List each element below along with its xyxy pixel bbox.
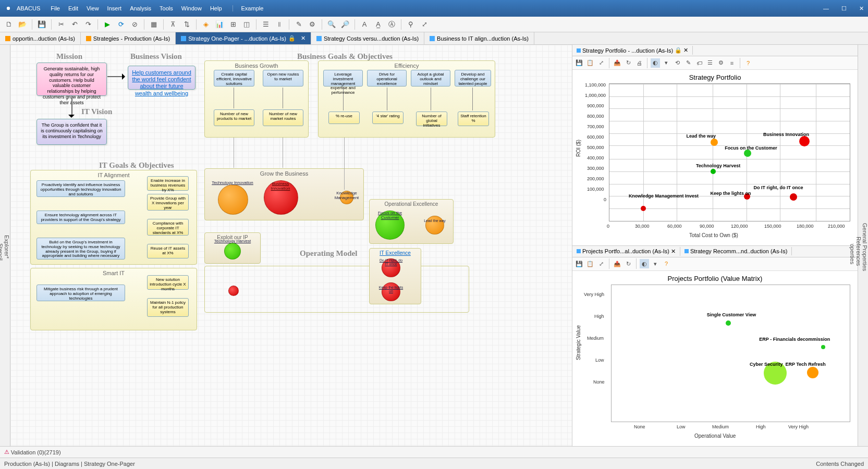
- pane-tab-recomm[interactable]: Strategy Recomm...nd..duction (As-Is): [680, 247, 792, 255]
- bubble-erp-decom[interactable]: [821, 345, 825, 349]
- bubble-th[interactable]: [711, 169, 716, 174]
- references-tab[interactable]: References: [855, 56, 862, 446]
- eff-g1[interactable]: Leverage investment management expertise…: [323, 70, 363, 87]
- tab-strategy-onepager[interactable]: Strategy One-Pager - ...duction (As-Is)🔒…: [176, 32, 311, 44]
- close-pane-icon[interactable]: ✕: [683, 47, 688, 54]
- help-icon[interactable]: ?: [743, 58, 753, 68]
- projects-portfolio-chart[interactable]: Projects Portfolio (Value Matrix) Single…: [574, 273, 855, 445]
- zoomout-icon[interactable]: 🔎: [339, 19, 351, 30]
- distribute-icon[interactable]: ⫴: [274, 19, 285, 30]
- tab-strategy-costs[interactable]: Strategy Costs versu...duction (As-Is): [311, 32, 424, 44]
- cube-icon[interactable]: ◈: [200, 19, 212, 30]
- menu-edit[interactable]: Edit: [68, 5, 78, 11]
- tool1-icon[interactable]: ✎: [293, 19, 304, 30]
- smart-y1[interactable]: New solution introduction cycle X months: [147, 275, 189, 290]
- table-icon[interactable]: ▦: [148, 19, 160, 30]
- copy-icon[interactable]: 📋: [585, 58, 595, 68]
- copy-icon[interactable]: 📋: [585, 259, 595, 268]
- close-icon[interactable]: ✕: [859, 5, 864, 12]
- vision-box[interactable]: Help customers around the world feel con…: [128, 66, 195, 90]
- cut-icon[interactable]: ✂: [55, 19, 67, 30]
- sync-icon[interactable]: ⟲: [673, 58, 682, 68]
- italign-y3[interactable]: Compliance with corporate IT standards a…: [147, 219, 189, 236]
- general-props-tab[interactable]: General Properties: [862, 48, 868, 446]
- chart-icon[interactable]: 📊: [214, 19, 225, 30]
- eff-m2[interactable]: '4 star' rating: [372, 112, 404, 124]
- smart-y2[interactable]: Maintain N-1 policy for all production s…: [147, 298, 189, 317]
- menu-analysis[interactable]: Analysis: [130, 5, 151, 11]
- italign-y4[interactable]: Reuse of IT assets at X%: [147, 244, 189, 258]
- edit-icon[interactable]: ✎: [683, 58, 693, 68]
- bgrowth-m2[interactable]: Number of new market routes: [263, 109, 303, 126]
- stencil-tab[interactable]: Stencil: [0, 58, 4, 446]
- bubble-biz[interactable]: [799, 136, 810, 146]
- run-icon[interactable]: ▶: [102, 19, 113, 30]
- eff-g3[interactable]: Adopt a global outlook and mindset: [411, 70, 450, 87]
- menu-insert[interactable]: Insert: [107, 5, 122, 11]
- toggle-icon[interactable]: ◐: [640, 259, 649, 268]
- grid-icon[interactable]: ⊞: [227, 19, 239, 30]
- tool2-icon[interactable]: ⚙: [307, 19, 318, 30]
- eff-m1[interactable]: % re-use: [328, 112, 360, 124]
- export-icon[interactable]: 📤: [613, 58, 622, 68]
- italign-y1[interactable]: Enable increase in business revenues by …: [147, 176, 189, 191]
- pane-tab-projects[interactable]: Projects Portfo...al..duction (As-Is)✕: [572, 247, 680, 256]
- undo-icon[interactable]: ↶: [69, 19, 80, 30]
- menu-file[interactable]: File: [51, 5, 60, 11]
- save-icon[interactable]: 💾: [36, 19, 47, 30]
- refresh-icon[interactable]: ⟳: [115, 19, 127, 30]
- more-icon[interactable]: ▾: [662, 58, 671, 68]
- tab-opportunities[interactable]: opportin...duction (As-Is): [0, 32, 81, 44]
- expand-icon[interactable]: ⤢: [419, 19, 430, 30]
- menu-help[interactable]: Help: [210, 5, 222, 11]
- maximize-icon[interactable]: ☐: [841, 5, 847, 12]
- help-icon[interactable]: ?: [662, 259, 671, 268]
- italign-a3[interactable]: Build on the Group's investment in techn…: [36, 238, 125, 260]
- anchor-icon[interactable]: ⚲: [405, 19, 417, 30]
- bgrowth-g2[interactable]: Open new routes to market: [263, 70, 303, 87]
- smart-a1[interactable]: Mitigate business risk through a prudent…: [36, 285, 125, 301]
- close-pane-icon[interactable]: ✕: [671, 248, 676, 255]
- italign-a2[interactable]: Ensure technology alignment across IT pr…: [36, 211, 125, 224]
- label-icon[interactable]: 🏷: [694, 58, 704, 68]
- italign-a1[interactable]: Proactively identify and influence busin…: [36, 180, 125, 197]
- config-icon[interactable]: ⚙: [716, 58, 726, 68]
- bubble-km[interactable]: [641, 206, 646, 211]
- eff-m3[interactable]: Number of global initiatives: [416, 112, 447, 126]
- bgrowth-m1[interactable]: Number of new products to market: [214, 109, 254, 126]
- pane-tab-strategy-portfolio[interactable]: Strategy Portfolio - ...duction (As-Is)🔒…: [572, 46, 693, 55]
- example-label[interactable]: Example: [233, 5, 264, 11]
- stop-icon[interactable]: ⊘: [129, 19, 140, 30]
- tab-biz-it-align[interactable]: Business to IT align...duction (As-Is): [424, 32, 534, 44]
- bubble-erp-refresh[interactable]: [807, 367, 818, 378]
- validation-bar[interactable]: ⚠ Validation (0)(2719): [0, 446, 868, 458]
- eff-m4[interactable]: Staff retention %: [458, 112, 489, 126]
- export-icon[interactable]: 📤: [613, 259, 622, 268]
- layout-icon[interactable]: ◫: [241, 19, 252, 30]
- eff-g4[interactable]: Develop and challenge our talented peopl…: [455, 70, 491, 87]
- align-icon[interactable]: ☰: [260, 19, 272, 30]
- bgrowth-g1[interactable]: Create capital efficient, innovative sol…: [214, 70, 254, 87]
- grow-techinno-circle[interactable]: [218, 184, 248, 215]
- menu-window[interactable]: Window: [181, 5, 202, 11]
- new-icon[interactable]: 🗋: [3, 19, 15, 30]
- eff-g2[interactable]: Drive for operational excellence: [367, 70, 407, 87]
- menu-tools[interactable]: Tools: [160, 5, 173, 11]
- bubble-lead[interactable]: [711, 139, 718, 146]
- menu-view[interactable]: View: [87, 5, 99, 11]
- bubble-doit[interactable]: [790, 193, 797, 201]
- minimize-icon[interactable]: —: [823, 5, 829, 12]
- text2-icon[interactable]: A̲: [372, 19, 384, 30]
- save-icon[interactable]: 💾: [574, 58, 584, 68]
- explorer-tab[interactable]: Explorer*: [4, 48, 10, 446]
- redo-icon[interactable]: ↷: [82, 19, 94, 30]
- zoomin-icon[interactable]: 🔍: [326, 19, 337, 30]
- more-icon[interactable]: ▾: [651, 259, 660, 268]
- mission-box[interactable]: Generate sustainable, high quality retur…: [36, 63, 107, 96]
- strategy-portfolio-chart[interactable]: Strategy Portfolio: [574, 72, 855, 243]
- sort-icon[interactable]: ⇅: [181, 19, 192, 30]
- refresh-icon[interactable]: ↻: [624, 259, 633, 268]
- itvision-box[interactable]: The Group is confident that it is contin…: [36, 119, 107, 145]
- expand-icon[interactable]: ⤢: [596, 259, 606, 268]
- close-tab-icon[interactable]: ✕: [301, 35, 305, 42]
